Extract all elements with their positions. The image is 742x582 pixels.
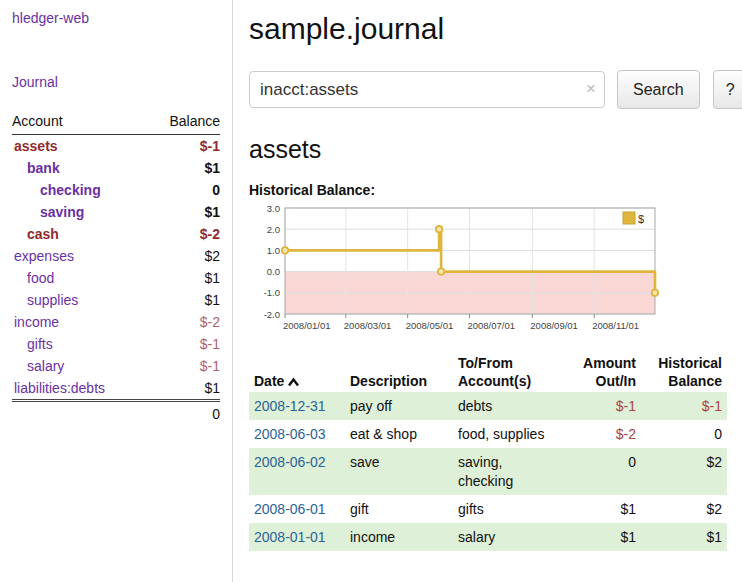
svg-text:2008/05/01: 2008/05/01: [406, 320, 454, 331]
register-amount-cell: $1: [565, 495, 641, 523]
account-balance: $-1: [147, 135, 220, 158]
accounts-total-value: 0: [147, 401, 220, 426]
register-table: Date Description To/From Account(s) Amou…: [249, 353, 727, 551]
account-name-cell: checking: [12, 179, 147, 201]
account-name-cell: cash: [12, 223, 147, 245]
main-content: sample.journal × Search ? assets Histori…: [233, 0, 742, 582]
accounts-header-balance: Balance: [147, 110, 220, 135]
svg-text:2008/03/01: 2008/03/01: [344, 320, 392, 331]
account-link-gifts[interactable]: gifts: [27, 336, 53, 352]
sidebar-item-journal[interactable]: Journal: [12, 74, 220, 90]
account-link-income[interactable]: income: [14, 314, 59, 330]
register-amount-cell: $1: [565, 523, 641, 551]
register-balance-cell: $2: [641, 448, 727, 494]
search-box: ×: [249, 71, 605, 108]
account-row: salary$-1: [12, 355, 220, 377]
account-name-cell: income: [12, 311, 147, 333]
register-balance-cell: $1: [641, 523, 727, 551]
account-name-cell: liabilities:debts: [12, 377, 147, 401]
account-link-expenses[interactable]: expenses: [14, 248, 74, 264]
svg-text:0.0: 0.0: [267, 266, 280, 277]
register-description-cell: gift: [345, 495, 453, 523]
register-header-accounts: To/From Account(s): [453, 353, 565, 392]
account-balance: $-2: [147, 311, 220, 333]
register-accounts-cell: debts: [453, 392, 565, 420]
account-row: cash$-2: [12, 223, 220, 245]
svg-text:2008/07/01: 2008/07/01: [467, 320, 515, 331]
svg-text:1.0: 1.0: [267, 245, 280, 256]
account-row: expenses$2: [12, 245, 220, 267]
account-name-cell: supplies: [12, 289, 147, 311]
historical-balance-chart: 3.02.01.00.0-1.0-2.02008/01/012008/03/01…: [249, 202, 742, 341]
account-balance: $-1: [147, 355, 220, 377]
register-row: 2008-12-31pay offdebts$-1$-1: [249, 392, 727, 420]
account-balance: $1: [147, 377, 220, 401]
account-balance: $-1: [147, 333, 220, 355]
svg-text:3.0: 3.0: [267, 203, 280, 214]
register-date-link[interactable]: 2008-06-01: [254, 501, 326, 517]
account-balance: 0: [147, 179, 220, 201]
account-link-assets[interactable]: assets: [14, 138, 58, 154]
register-header-amount: Amount Out/In: [565, 353, 641, 392]
register-description-cell: income: [345, 523, 453, 551]
account-link-checking[interactable]: checking: [40, 182, 101, 198]
register-description-cell: pay off: [345, 392, 453, 420]
svg-text:2.0: 2.0: [267, 224, 280, 235]
register-date-link[interactable]: 2008-06-02: [254, 454, 326, 470]
register-row: 2008-06-03eat & shopfood, supplies$-20: [249, 420, 727, 448]
svg-text:-2.0: -2.0: [264, 309, 280, 320]
register-date-link[interactable]: 2008-12-31: [254, 398, 326, 414]
accounts-total-row: 0: [12, 401, 220, 426]
chart-svg: 3.02.01.00.0-1.0-2.02008/01/012008/03/01…: [249, 202, 663, 338]
register-header-balance: Historical Balance: [641, 353, 727, 392]
register-header-description: Description: [345, 353, 453, 392]
account-row: bank$1: [12, 157, 220, 179]
accounts-table: Account Balance assets$-1bank$1checking0…: [12, 110, 220, 425]
account-row: supplies$1: [12, 289, 220, 311]
register-date-link[interactable]: 2008-01-01: [254, 529, 326, 545]
register-accounts-cell: gifts: [453, 495, 565, 523]
account-link-food[interactable]: food: [27, 270, 54, 286]
register-date-cell: 2008-06-03: [249, 420, 345, 448]
account-balance: $2: [147, 245, 220, 267]
register-balance-cell: $-1: [641, 392, 727, 420]
account-row: checking0: [12, 179, 220, 201]
register-row: 2008-06-02savesaving, checking0$2: [249, 448, 727, 494]
help-button[interactable]: ?: [713, 70, 742, 109]
account-link-bank[interactable]: bank: [27, 160, 60, 176]
register-row: 2008-01-01incomesalary$1$1: [249, 523, 727, 551]
account-row: gifts$-1: [12, 333, 220, 355]
accounts-total-spacer: [12, 401, 147, 426]
account-link-liabilities-debts[interactable]: liabilities:debts: [14, 380, 105, 396]
account-name-cell: expenses: [12, 245, 147, 267]
account-name-cell: gifts: [12, 333, 147, 355]
svg-text:-1.0: -1.0: [264, 287, 280, 298]
svg-text:$: $: [638, 213, 644, 225]
account-link-salary[interactable]: salary: [27, 358, 64, 374]
account-link-cash[interactable]: cash: [27, 226, 59, 242]
sidebar: hledger-web Journal Account Balance asse…: [0, 0, 233, 582]
search-row: × Search ?: [249, 70, 742, 109]
register-date-link[interactable]: 2008-06-03: [254, 426, 326, 442]
search-button[interactable]: Search: [617, 70, 700, 109]
account-link-saving[interactable]: saving: [40, 204, 84, 220]
register-header-date[interactable]: Date: [249, 353, 345, 392]
register-amount-cell: 0: [565, 448, 641, 494]
account-name-cell: salary: [12, 355, 147, 377]
account-balance: $1: [147, 157, 220, 179]
clear-search-icon[interactable]: ×: [586, 80, 596, 97]
svg-text:2008/09/01: 2008/09/01: [530, 320, 578, 331]
account-name-cell: bank: [12, 157, 147, 179]
register-date-cell: 2008-06-02: [249, 448, 345, 494]
account-balance: $-2: [147, 223, 220, 245]
app-title-link[interactable]: hledger-web: [12, 10, 220, 26]
account-row: food$1: [12, 267, 220, 289]
register-accounts-cell: food, supplies: [453, 420, 565, 448]
register-balance-cell: 0: [641, 420, 727, 448]
chart-title: Historical Balance:: [249, 182, 742, 198]
account-name-cell: saving: [12, 201, 147, 223]
account-link-supplies[interactable]: supplies: [27, 292, 78, 308]
register-header-row: Date Description To/From Account(s) Amou…: [249, 353, 727, 392]
search-input[interactable]: [249, 71, 605, 108]
account-balance: $1: [147, 201, 220, 223]
